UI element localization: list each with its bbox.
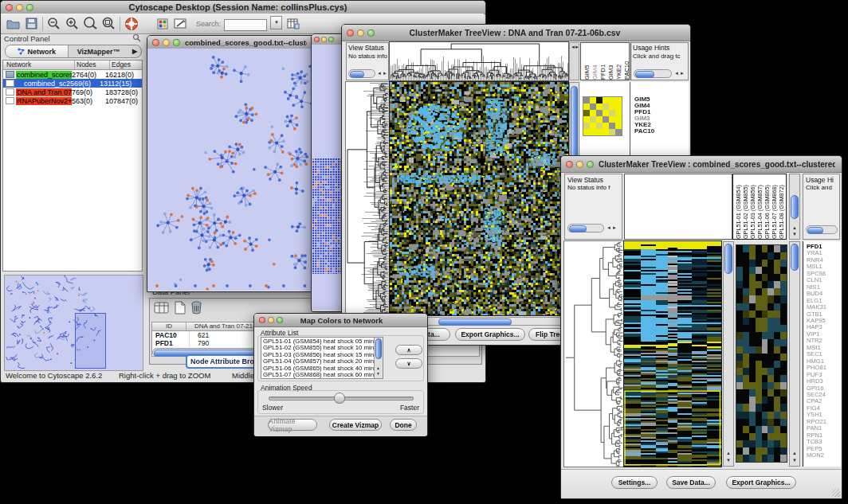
close-icon[interactable]: [152, 39, 159, 46]
delete-attribute-icon[interactable]: [190, 301, 202, 318]
column-label-vscrollbar[interactable]: ▲ ▼: [789, 174, 800, 240]
birdseye-view[interactable]: [4, 275, 143, 371]
column-label[interactable]: GPL51-07 (GSM868): [771, 175, 778, 239]
close-icon[interactable]: [6, 4, 13, 11]
zoom-window-icon[interactable]: [367, 29, 375, 37]
view-status-scrollbar[interactable]: [567, 224, 604, 232]
main-titlebar[interactable]: Cytoscape Desktop (Session Name: collins…: [1, 1, 485, 14]
minimize-icon[interactable]: [16, 4, 23, 11]
resize-grip[interactable]: [832, 489, 840, 497]
open-file-icon[interactable]: [6, 16, 21, 31]
new-attribute-icon[interactable]: [174, 301, 186, 318]
minimize-icon[interactable]: [357, 29, 364, 37]
treeview2-column-tree-area[interactable]: [624, 174, 732, 240]
scrollbar-thumb[interactable]: [724, 244, 732, 274]
network2-dense-grid[interactable]: [312, 158, 342, 274]
treeview-window-combined[interactable]: ClusterMaker TreeView : combined_scores_…: [560, 155, 842, 499]
tab-vizmapper[interactable]: VizMapper™: [69, 45, 128, 57]
tabs-more-icon[interactable]: ▶: [128, 45, 141, 57]
treeview1-titlebar[interactable]: ClusterMaker TreeView : DNA and Tran 07-…: [342, 25, 690, 41]
column-label[interactable]: PAC10: [623, 43, 630, 80]
search-box[interactable]: ▼: [224, 16, 282, 31]
row-dendrogram[interactable]: [564, 241, 624, 467]
zoom-out-icon[interactable]: [46, 16, 61, 31]
attribute-table-icon[interactable]: [285, 16, 300, 31]
close-icon[interactable]: [566, 161, 573, 168]
scrollbar-thumb[interactable]: [635, 71, 654, 78]
network-list-row[interactable]: RNAPuberNov2+563(0)107847(0): [3, 96, 142, 105]
heatmap-vscrollbar[interactable]: ▲ ▼: [723, 241, 734, 467]
column-label[interactable]: PFD1: [599, 43, 607, 80]
gene-list-vscrollbar[interactable]: ▲ ▼: [789, 241, 800, 467]
scroll-up-icon[interactable]: ▲: [726, 451, 731, 456]
attribute-list[interactable]: GPL51-01 (GSM854) heat shock 05 minGPL51…: [261, 337, 383, 379]
minimize-icon[interactable]: [163, 39, 170, 46]
network-view-window-2[interactable]: [311, 33, 344, 312]
scroll-down-icon[interactable]: ▼: [726, 458, 731, 463]
scroll-right-icon[interactable]: ►: [383, 71, 387, 76]
column-label[interactable]: GPL51-02 (GSM855): [742, 175, 749, 239]
column-label[interactable]: GIM4: [591, 43, 599, 80]
scrollbar-thumb[interactable]: [438, 318, 512, 326]
network-canvas[interactable]: [147, 49, 313, 291]
search-input[interactable]: [224, 19, 267, 31]
main-heatmap[interactable]: [624, 241, 721, 467]
zoom-heatmap[interactable]: [736, 245, 787, 462]
scroll-down-icon[interactable]: ▼: [792, 458, 797, 463]
scroll-up-icon[interactable]: ▲: [792, 225, 797, 231]
column-label[interactable]: GIM5: [583, 43, 591, 80]
tab-network[interactable]: Network: [6, 45, 69, 57]
dialog-titlebar[interactable]: Map Colors to Network: [254, 314, 427, 327]
network2-titlebar[interactable]: [312, 34, 344, 45]
mini-heatmap[interactable]: [583, 97, 622, 135]
column-label[interactable]: GIM3: [607, 43, 614, 80]
network-list-row[interactable]: combined_scores2764(0)16218(0): [3, 70, 142, 79]
create-vizmapbutton[interactable]: Create Vizmap: [329, 419, 382, 431]
col-header-id[interactable]: ID: [152, 322, 186, 330]
zoom-fit-icon[interactable]: [83, 16, 98, 31]
col-header-edges[interactable]: Edges: [110, 61, 142, 69]
scroll-right-icon[interactable]: ►: [575, 45, 579, 50]
scroll-right-icon[interactable]: ►: [612, 225, 617, 231]
speed-slider-thumb[interactable]: [334, 393, 345, 404]
network-list-row[interactable]: combined_sco2569(6)13112(15): [3, 79, 142, 88]
col-header-network[interactable]: Network: [3, 61, 75, 69]
annotation-icon[interactable]: [173, 16, 188, 31]
move-up-button[interactable]: ∧: [395, 345, 422, 355]
scroll-right-icon[interactable]: ►: [680, 71, 685, 76]
settings-button[interactable]: Settings...: [611, 476, 658, 489]
row-label[interactable]: PAC10: [634, 128, 654, 135]
network2-canvas-bg[interactable]: [312, 45, 342, 310]
gene-label[interactable]: MON2: [807, 452, 826, 459]
column-label[interactable]: GPL51-01 (GSM854): [735, 175, 742, 239]
attribute-list-item[interactable]: GPL51-07 (GSM868) heat shock 60 min: [263, 372, 383, 378]
zoom-window-icon[interactable]: [587, 161, 594, 168]
treeview2-titlebar[interactable]: ClusterMaker TreeView : combined_scores_…: [561, 156, 842, 173]
minimize-icon[interactable]: [321, 37, 327, 42]
save-icon[interactable]: [24, 16, 39, 31]
column-dendrogram[interactable]: [390, 42, 568, 80]
float-panel-icon[interactable]: [132, 31, 141, 45]
scrollbar-thumb[interactable]: [791, 195, 799, 219]
save-data-button[interactable]: Save Data...: [666, 476, 716, 489]
scroll-left-icon[interactable]: ◄: [377, 71, 382, 76]
donebutton[interactable]: Done: [390, 419, 417, 431]
scrollbar-thumb[interactable]: [807, 227, 823, 234]
scrollbar-thumb[interactable]: [791, 244, 799, 271]
column-label[interactable]: GPL51-08 (GSM872): [778, 175, 785, 239]
zoom-selected-icon[interactable]: [101, 16, 116, 31]
map-colors-dialog[interactable]: Map Colors to Network Attribute List GPL…: [253, 313, 428, 436]
scrollbar-thumb[interactable]: [569, 225, 587, 232]
scroll-down-icon[interactable]: ▼: [792, 232, 797, 237]
scroll-left-icon[interactable]: ◄: [674, 71, 679, 76]
attribute-list-scrollbar[interactable]: ▲ ▼: [374, 338, 383, 378]
main-heatmap[interactable]: [390, 82, 568, 315]
scroll-up-icon[interactable]: ▲: [792, 451, 797, 456]
zoom-in-icon[interactable]: [65, 16, 80, 31]
attribute-select-icon[interactable]: [154, 301, 170, 318]
scroll-up-icon[interactable]: ▲: [376, 365, 380, 371]
view-status-scrollbar[interactable]: [348, 69, 375, 78]
usage-hints-scrollbar[interactable]: [806, 225, 838, 234]
move-down-button[interactable]: ∨: [395, 358, 422, 369]
column-label[interactable]: YKE2: [615, 43, 622, 80]
